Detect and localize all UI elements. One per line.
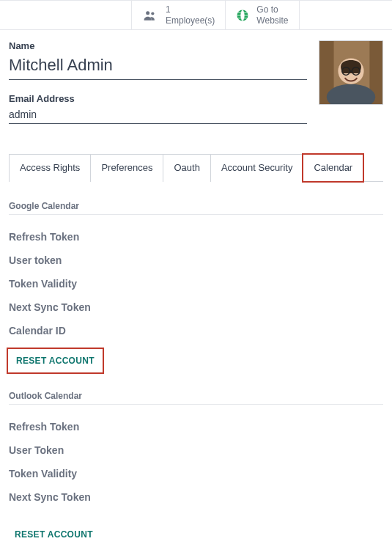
tab-access-rights[interactable]: Access Rights bbox=[9, 154, 90, 182]
google-field-refresh-token: Refresh Token bbox=[9, 225, 383, 249]
name-label: Name bbox=[9, 40, 307, 51]
google-field-next-sync-token: Next Sync Token bbox=[9, 295, 383, 319]
tab-oauth[interactable]: Oauth bbox=[163, 154, 210, 182]
goto-website-line2: Website bbox=[256, 15, 288, 26]
outlook-field-refresh-token: Refresh Token bbox=[9, 415, 383, 438]
globe-icon bbox=[236, 9, 249, 22]
google-field-calendar-id: Calendar ID bbox=[9, 319, 383, 342]
google-calendar-title: Google Calendar bbox=[9, 201, 383, 215]
outlook-reset-account-button[interactable]: RESET ACCOUNT bbox=[9, 523, 100, 545]
outlook-calendar-title: Outlook Calendar bbox=[9, 391, 383, 405]
employees-button[interactable]: 1 Employee(s) bbox=[132, 1, 226, 29]
email-input[interactable] bbox=[9, 107, 307, 124]
tab-account-security[interactable]: Account Security bbox=[210, 154, 303, 182]
goto-website-button[interactable]: Go to Website bbox=[226, 1, 299, 29]
employees-icon bbox=[142, 8, 158, 23]
goto-website-line1: Go to bbox=[256, 4, 288, 15]
google-field-user-token: User token bbox=[9, 249, 383, 272]
top-bar: 1 Employee(s) Go to Website bbox=[0, 0, 392, 30]
outlook-field-next-sync-token: Next Sync Token bbox=[9, 485, 383, 509]
employees-count: 1 bbox=[166, 4, 215, 15]
avatar[interactable] bbox=[319, 40, 383, 105]
tab-calendar[interactable]: Calendar bbox=[303, 154, 363, 182]
outlook-field-user-token: User Token bbox=[9, 438, 383, 462]
employees-label: Employee(s) bbox=[166, 15, 215, 26]
top-bar-spacer bbox=[0, 1, 132, 29]
name-input[interactable] bbox=[9, 54, 307, 80]
tab-preferences[interactable]: Preferences bbox=[90, 154, 163, 182]
email-label: Email Address bbox=[9, 93, 307, 104]
outlook-field-token-validity: Token Validity bbox=[9, 462, 383, 485]
tabs: Access Rights Preferences Oauth Account … bbox=[9, 153, 383, 182]
google-reset-account-button[interactable]: RESET ACCOUNT bbox=[9, 350, 102, 372]
svg-point-0 bbox=[146, 11, 149, 15]
svg-point-1 bbox=[151, 12, 154, 15]
google-field-token-validity: Token Validity bbox=[9, 272, 383, 295]
